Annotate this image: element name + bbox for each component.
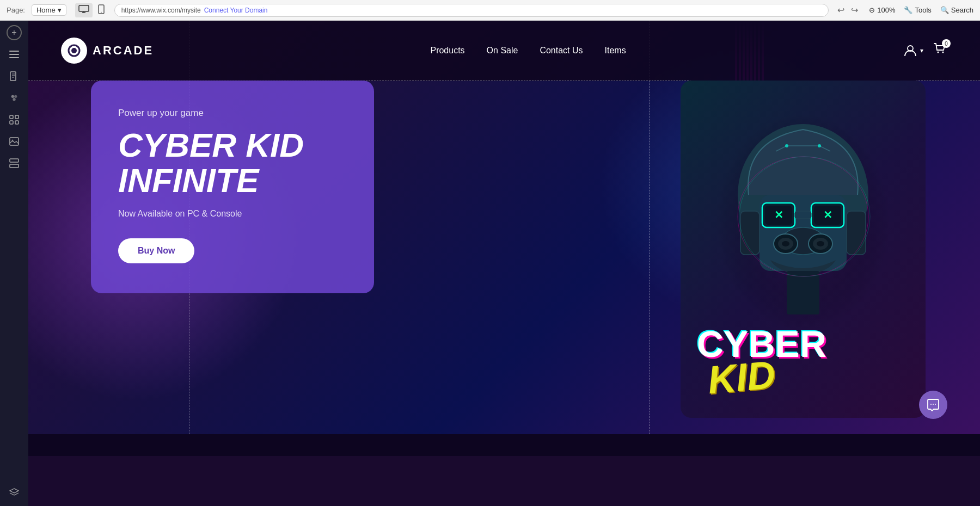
- svg-point-2: [101, 11, 102, 13]
- svg-point-21: [938, 52, 939, 53]
- sidebar-item-design[interactable]: [4, 88, 24, 108]
- connect-domain-link[interactable]: Connect Your Domain: [204, 7, 268, 14]
- mobile-icon[interactable]: [95, 3, 108, 18]
- guide-line-right: [649, 21, 650, 434]
- page-selector[interactable]: Home ▾: [32, 4, 66, 16]
- svg-point-48: [933, 404, 934, 405]
- site-nav-links: Products On Sale Contact Us Items: [430, 46, 626, 55]
- url-bar[interactable]: https://www.wix.com/mysite Connect Your …: [114, 4, 829, 17]
- page-name: Home: [36, 6, 56, 14]
- svg-rect-5: [9, 57, 19, 58]
- zoom-control[interactable]: ⊖ 100%: [869, 6, 895, 14]
- zoom-icon: ⊖: [869, 6, 875, 14]
- svg-point-8: [14, 95, 17, 98]
- sidebar-item-pages[interactable]: [4, 66, 24, 86]
- svg-point-39: [817, 241, 824, 246]
- svg-rect-40: [740, 211, 759, 255]
- nav-link-contact[interactable]: Contact Us: [540, 46, 583, 55]
- site-navbar: ARCADE Products On Sale Contact Us Items…: [28, 21, 980, 81]
- cart-badge: 0: [942, 39, 951, 48]
- hero-description: Now Available on PC & Console: [118, 209, 347, 219]
- browser-actions: ↩ ↪ ⊖ 100% 🔧 Tools 🔍 Search: [835, 4, 973, 16]
- hero-title: CYBER KID INFINITE: [118, 127, 347, 198]
- tools-button[interactable]: 🔧 Tools: [904, 6, 931, 14]
- forward-arrow[interactable]: ↪: [849, 4, 860, 16]
- svg-rect-11: [15, 115, 19, 119]
- svg-point-45: [785, 144, 788, 147]
- browser-bar: Page: Home ▾ https://www.wix.com/mysite …: [0, 0, 980, 21]
- page-label: Page:: [7, 6, 25, 14]
- game-cover-title: CYBER KID: [697, 328, 909, 396]
- svg-text:✕: ✕: [823, 209, 832, 221]
- svg-point-36: [782, 241, 789, 246]
- svg-point-22: [942, 52, 944, 53]
- sidebar-item-menu[interactable]: [4, 45, 24, 64]
- nav-arrows: ↩ ↪: [835, 4, 860, 16]
- svg-rect-0: [79, 5, 89, 11]
- hero-subtitle: Power up your game: [118, 108, 347, 119]
- svg-rect-3: [9, 51, 19, 52]
- svg-rect-32: [795, 211, 811, 219]
- svg-text:✕: ✕: [774, 209, 783, 221]
- svg-point-47: [930, 404, 932, 405]
- game-cover-card: ✕ ✕: [681, 81, 926, 418]
- logo-icon: [61, 38, 87, 64]
- svg-point-7: [11, 95, 14, 98]
- search-button[interactable]: 🔍 Search: [940, 6, 973, 14]
- sidebar-item-apps[interactable]: [4, 110, 24, 129]
- svg-rect-17: [10, 164, 19, 168]
- add-element-button[interactable]: +: [7, 25, 22, 40]
- svg-rect-14: [10, 138, 19, 145]
- cover-title-kid: KID: [706, 357, 776, 398]
- hero-title-line2: INFINITE: [118, 162, 259, 199]
- svg-rect-42: [787, 271, 819, 314]
- svg-rect-16: [10, 159, 19, 162]
- editor-area: ARCADE Products On Sale Contact Us Items…: [28, 21, 980, 506]
- search-label: Search: [951, 6, 973, 14]
- device-icons: [75, 3, 108, 18]
- desktop-icon[interactable]: [75, 3, 93, 17]
- search-icon: 🔍: [940, 6, 949, 14]
- site-nav-actions: ▾ 0: [903, 41, 947, 60]
- svg-point-19: [71, 48, 77, 53]
- cover-title-cyber: CYBER: [697, 328, 909, 361]
- svg-point-9: [13, 98, 15, 101]
- site-canvas: ARCADE Products On Sale Contact Us Items…: [28, 21, 980, 506]
- hero-title-line1: CYBER KID: [118, 126, 304, 164]
- sidebar-item-media[interactable]: [4, 132, 24, 151]
- nav-link-items[interactable]: Items: [605, 46, 626, 55]
- svg-rect-10: [10, 115, 13, 119]
- back-arrow[interactable]: ↩: [835, 4, 847, 16]
- sidebar-item-layers[interactable]: [4, 482, 24, 502]
- svg-rect-13: [15, 121, 19, 124]
- svg-rect-6: [10, 72, 16, 81]
- nav-link-onsale[interactable]: On Sale: [487, 46, 518, 55]
- nav-link-products[interactable]: Products: [430, 46, 464, 55]
- tools-label: Tools: [915, 6, 931, 14]
- svg-rect-4: [9, 54, 19, 55]
- zoom-level: 100%: [877, 6, 895, 14]
- hero-cta-button[interactable]: Buy Now: [118, 238, 194, 263]
- url-text: https://www.wix.com/mysite: [121, 7, 201, 14]
- chat-bubble-button[interactable]: [919, 391, 947, 419]
- svg-rect-12: [10, 121, 13, 124]
- svg-point-49: [935, 404, 936, 405]
- sidebar-item-sections[interactable]: [4, 153, 24, 173]
- user-dropdown-icon: ▾: [920, 47, 923, 54]
- page-dropdown-icon: ▾: [58, 6, 62, 14]
- tools-icon: 🔧: [904, 6, 912, 14]
- left-sidebar: +: [0, 21, 28, 506]
- svg-point-46: [818, 144, 821, 147]
- mask-face-illustration: ✕ ✕: [700, 97, 906, 347]
- logo-text: ARCADE: [93, 44, 154, 58]
- hero-section: ARCADE Products On Sale Contact Us Items…: [28, 21, 980, 434]
- cart-button[interactable]: 0: [932, 41, 947, 60]
- svg-rect-41: [847, 211, 866, 255]
- hero-card: Power up your game CYBER KID INFINITE No…: [91, 81, 374, 293]
- site-footer-bar: [28, 434, 980, 456]
- user-account-button[interactable]: ▾: [903, 43, 923, 58]
- game-cover-inner: ✕ ✕: [681, 81, 926, 418]
- site-logo: ARCADE: [61, 38, 154, 64]
